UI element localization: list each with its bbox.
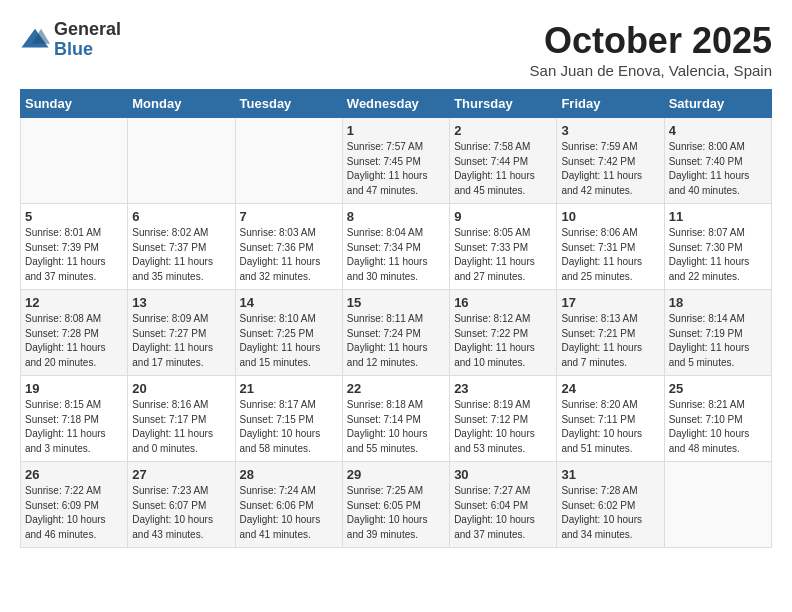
- calendar-week-2: 5Sunrise: 8:01 AM Sunset: 7:39 PM Daylig…: [21, 204, 772, 290]
- day-info: Sunrise: 8:11 AM Sunset: 7:24 PM Dayligh…: [347, 312, 445, 370]
- day-info: Sunrise: 7:28 AM Sunset: 6:02 PM Dayligh…: [561, 484, 659, 542]
- day-info: Sunrise: 8:21 AM Sunset: 7:10 PM Dayligh…: [669, 398, 767, 456]
- calendar-cell: 22Sunrise: 8:18 AM Sunset: 7:14 PM Dayli…: [342, 376, 449, 462]
- day-info: Sunrise: 8:01 AM Sunset: 7:39 PM Dayligh…: [25, 226, 123, 284]
- calendar-cell: 8Sunrise: 8:04 AM Sunset: 7:34 PM Daylig…: [342, 204, 449, 290]
- calendar-cell: 9Sunrise: 8:05 AM Sunset: 7:33 PM Daylig…: [450, 204, 557, 290]
- calendar-cell: [235, 118, 342, 204]
- day-info: Sunrise: 7:22 AM Sunset: 6:09 PM Dayligh…: [25, 484, 123, 542]
- day-number: 3: [561, 123, 659, 138]
- day-info: Sunrise: 8:17 AM Sunset: 7:15 PM Dayligh…: [240, 398, 338, 456]
- day-info: Sunrise: 8:12 AM Sunset: 7:22 PM Dayligh…: [454, 312, 552, 370]
- logo-text: General Blue: [54, 20, 121, 60]
- logo: General Blue: [20, 20, 121, 60]
- calendar-cell: 24Sunrise: 8:20 AM Sunset: 7:11 PM Dayli…: [557, 376, 664, 462]
- logo-blue: Blue: [54, 40, 121, 60]
- day-number: 21: [240, 381, 338, 396]
- page-header: General Blue October 2025 San Juan de En…: [20, 20, 772, 79]
- day-number: 30: [454, 467, 552, 482]
- calendar-cell: 19Sunrise: 8:15 AM Sunset: 7:18 PM Dayli…: [21, 376, 128, 462]
- day-info: Sunrise: 7:27 AM Sunset: 6:04 PM Dayligh…: [454, 484, 552, 542]
- day-info: Sunrise: 7:58 AM Sunset: 7:44 PM Dayligh…: [454, 140, 552, 198]
- day-number: 6: [132, 209, 230, 224]
- calendar-cell: 17Sunrise: 8:13 AM Sunset: 7:21 PM Dayli…: [557, 290, 664, 376]
- calendar-table: SundayMondayTuesdayWednesdayThursdayFrid…: [20, 89, 772, 548]
- day-number: 2: [454, 123, 552, 138]
- day-info: Sunrise: 8:10 AM Sunset: 7:25 PM Dayligh…: [240, 312, 338, 370]
- day-number: 25: [669, 381, 767, 396]
- day-number: 4: [669, 123, 767, 138]
- day-info: Sunrise: 8:08 AM Sunset: 7:28 PM Dayligh…: [25, 312, 123, 370]
- calendar-week-5: 26Sunrise: 7:22 AM Sunset: 6:09 PM Dayli…: [21, 462, 772, 548]
- day-info: Sunrise: 7:24 AM Sunset: 6:06 PM Dayligh…: [240, 484, 338, 542]
- day-info: Sunrise: 7:59 AM Sunset: 7:42 PM Dayligh…: [561, 140, 659, 198]
- day-number: 29: [347, 467, 445, 482]
- day-info: Sunrise: 7:57 AM Sunset: 7:45 PM Dayligh…: [347, 140, 445, 198]
- calendar-cell: 15Sunrise: 8:11 AM Sunset: 7:24 PM Dayli…: [342, 290, 449, 376]
- calendar-week-1: 1Sunrise: 7:57 AM Sunset: 7:45 PM Daylig…: [21, 118, 772, 204]
- day-number: 16: [454, 295, 552, 310]
- day-number: 24: [561, 381, 659, 396]
- day-info: Sunrise: 8:20 AM Sunset: 7:11 PM Dayligh…: [561, 398, 659, 456]
- calendar-cell: 6Sunrise: 8:02 AM Sunset: 7:37 PM Daylig…: [128, 204, 235, 290]
- calendar-cell: 16Sunrise: 8:12 AM Sunset: 7:22 PM Dayli…: [450, 290, 557, 376]
- calendar-cell: 20Sunrise: 8:16 AM Sunset: 7:17 PM Dayli…: [128, 376, 235, 462]
- day-info: Sunrise: 8:13 AM Sunset: 7:21 PM Dayligh…: [561, 312, 659, 370]
- calendar-cell: 21Sunrise: 8:17 AM Sunset: 7:15 PM Dayli…: [235, 376, 342, 462]
- day-number: 5: [25, 209, 123, 224]
- day-info: Sunrise: 8:18 AM Sunset: 7:14 PM Dayligh…: [347, 398, 445, 456]
- day-info: Sunrise: 8:06 AM Sunset: 7:31 PM Dayligh…: [561, 226, 659, 284]
- day-number: 31: [561, 467, 659, 482]
- calendar-body: 1Sunrise: 7:57 AM Sunset: 7:45 PM Daylig…: [21, 118, 772, 548]
- calendar-cell: 4Sunrise: 8:00 AM Sunset: 7:40 PM Daylig…: [664, 118, 771, 204]
- day-number: 13: [132, 295, 230, 310]
- day-info: Sunrise: 8:03 AM Sunset: 7:36 PM Dayligh…: [240, 226, 338, 284]
- logo-general: General: [54, 20, 121, 40]
- day-number: 12: [25, 295, 123, 310]
- column-header-saturday: Saturday: [664, 90, 771, 118]
- calendar-cell: [664, 462, 771, 548]
- day-info: Sunrise: 8:19 AM Sunset: 7:12 PM Dayligh…: [454, 398, 552, 456]
- column-header-monday: Monday: [128, 90, 235, 118]
- calendar-cell: [128, 118, 235, 204]
- header-row: SundayMondayTuesdayWednesdayThursdayFrid…: [21, 90, 772, 118]
- calendar-cell: 23Sunrise: 8:19 AM Sunset: 7:12 PM Dayli…: [450, 376, 557, 462]
- day-info: Sunrise: 8:16 AM Sunset: 7:17 PM Dayligh…: [132, 398, 230, 456]
- calendar-cell: 5Sunrise: 8:01 AM Sunset: 7:39 PM Daylig…: [21, 204, 128, 290]
- day-number: 28: [240, 467, 338, 482]
- day-number: 20: [132, 381, 230, 396]
- calendar-week-4: 19Sunrise: 8:15 AM Sunset: 7:18 PM Dayli…: [21, 376, 772, 462]
- day-number: 27: [132, 467, 230, 482]
- day-number: 19: [25, 381, 123, 396]
- calendar-cell: 14Sunrise: 8:10 AM Sunset: 7:25 PM Dayli…: [235, 290, 342, 376]
- day-number: 10: [561, 209, 659, 224]
- day-info: Sunrise: 8:09 AM Sunset: 7:27 PM Dayligh…: [132, 312, 230, 370]
- day-info: Sunrise: 7:23 AM Sunset: 6:07 PM Dayligh…: [132, 484, 230, 542]
- calendar-cell: 2Sunrise: 7:58 AM Sunset: 7:44 PM Daylig…: [450, 118, 557, 204]
- calendar-cell: 25Sunrise: 8:21 AM Sunset: 7:10 PM Dayli…: [664, 376, 771, 462]
- title-area: October 2025 San Juan de Enova, Valencia…: [530, 20, 772, 79]
- calendar-cell: 18Sunrise: 8:14 AM Sunset: 7:19 PM Dayli…: [664, 290, 771, 376]
- calendar-cell: 13Sunrise: 8:09 AM Sunset: 7:27 PM Dayli…: [128, 290, 235, 376]
- day-info: Sunrise: 8:00 AM Sunset: 7:40 PM Dayligh…: [669, 140, 767, 198]
- day-number: 11: [669, 209, 767, 224]
- day-number: 26: [25, 467, 123, 482]
- calendar-cell: 30Sunrise: 7:27 AM Sunset: 6:04 PM Dayli…: [450, 462, 557, 548]
- day-number: 7: [240, 209, 338, 224]
- location-subtitle: San Juan de Enova, Valencia, Spain: [530, 62, 772, 79]
- day-info: Sunrise: 8:02 AM Sunset: 7:37 PM Dayligh…: [132, 226, 230, 284]
- column-header-friday: Friday: [557, 90, 664, 118]
- column-header-wednesday: Wednesday: [342, 90, 449, 118]
- calendar-cell: 11Sunrise: 8:07 AM Sunset: 7:30 PM Dayli…: [664, 204, 771, 290]
- calendar-header: SundayMondayTuesdayWednesdayThursdayFrid…: [21, 90, 772, 118]
- calendar-cell: 12Sunrise: 8:08 AM Sunset: 7:28 PM Dayli…: [21, 290, 128, 376]
- calendar-cell: 10Sunrise: 8:06 AM Sunset: 7:31 PM Dayli…: [557, 204, 664, 290]
- column-header-tuesday: Tuesday: [235, 90, 342, 118]
- day-number: 8: [347, 209, 445, 224]
- day-info: Sunrise: 8:15 AM Sunset: 7:18 PM Dayligh…: [25, 398, 123, 456]
- calendar-cell: 1Sunrise: 7:57 AM Sunset: 7:45 PM Daylig…: [342, 118, 449, 204]
- day-info: Sunrise: 8:05 AM Sunset: 7:33 PM Dayligh…: [454, 226, 552, 284]
- calendar-cell: 28Sunrise: 7:24 AM Sunset: 6:06 PM Dayli…: [235, 462, 342, 548]
- day-number: 14: [240, 295, 338, 310]
- day-info: Sunrise: 7:25 AM Sunset: 6:05 PM Dayligh…: [347, 484, 445, 542]
